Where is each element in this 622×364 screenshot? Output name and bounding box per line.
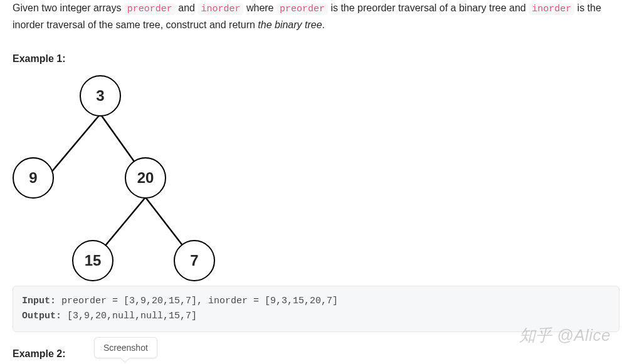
code-preorder: preorder	[124, 3, 176, 15]
code-inorder: inorder	[529, 3, 574, 15]
text: is the preorder traversal of a binary tr…	[328, 3, 529, 13]
tree-node: 20	[125, 157, 166, 199]
output-label: Output:	[22, 311, 61, 321]
tree-node: 15	[72, 240, 113, 281]
example-1-label: Example 1:	[13, 51, 609, 67]
text: and	[176, 3, 198, 13]
svg-line-0	[47, 114, 100, 177]
input-value: preorder = [3,9,20,15,7], inorder = [9,3…	[56, 296, 338, 306]
screenshot-tooltip[interactable]: Screenshot	[94, 337, 157, 358]
input-label: Input:	[22, 296, 56, 306]
text: .	[322, 19, 325, 30]
tree-node: 7	[174, 240, 215, 281]
emphasis: the binary tree	[258, 19, 322, 30]
tree-node: 3	[80, 75, 121, 117]
watermark: 知乎 @Alice	[519, 323, 611, 349]
text: Given two integer arrays	[13, 3, 124, 13]
tree-node: 9	[13, 157, 54, 199]
output-value: [3,9,20,null,null,15,7]	[61, 311, 197, 321]
code-preorder: preorder	[277, 3, 328, 15]
binary-tree-diagram: 3 9 20 15 7	[13, 75, 226, 282]
problem-description: Given two integer arrays preorder and in…	[13, 0, 609, 33]
code-inorder: inorder	[198, 3, 243, 15]
text: where	[243, 3, 276, 13]
